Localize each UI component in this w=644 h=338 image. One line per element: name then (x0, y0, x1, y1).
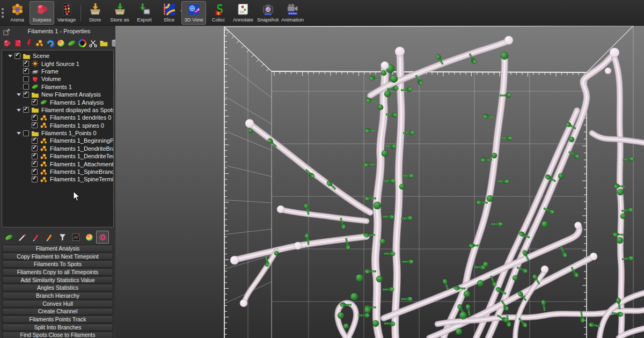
visibility-checkbox[interactable] (32, 145, 38, 151)
tree-item-filaments-1-attachmentp-[interactable]: Filaments 1_AttachmentP... (2, 160, 113, 167)
expander-icon[interactable] (16, 91, 23, 98)
action-button-find-spots-close-to-filaments[interactable]: Find Spots Close to Filaments (2, 332, 113, 338)
action-button-branch-hierarchy[interactable]: Branch Hierarchy (2, 292, 113, 299)
coloc-icon (211, 2, 226, 17)
visibility-checkbox[interactable] (23, 130, 29, 136)
toolbar-button-animation[interactable]: Animation (280, 1, 305, 25)
tree-item-filament-displayed-as-spots[interactable]: Filament displayed as Spots (2, 106, 113, 114)
tree-item-filaments-1[interactable]: Filaments 1 (2, 83, 113, 91)
tree-item-label: Filaments 1 Analysis (50, 99, 104, 106)
export-icon (137, 2, 152, 17)
tab-tools-gear[interactable] (96, 231, 109, 244)
action-button-filaments-points-track[interactable]: Filaments Points Track (2, 315, 113, 323)
visibility-checkbox[interactable] (32, 99, 38, 105)
tree-item-filaments-1-dendritebranch[interactable]: Filaments 1_DendriteBranch (2, 145, 113, 152)
view3d-icon (187, 2, 201, 17)
visibility-checkbox[interactable] (32, 177, 38, 182)
surpass-blob-icon[interactable] (3, 39, 12, 48)
toolbar-button-3d-view[interactable]: 3D View (181, 1, 206, 25)
arena-icon (10, 2, 25, 17)
visibility-checkbox[interactable] (23, 76, 29, 82)
action-button-filaments-copy-to-all-timepoints[interactable]: Filaments Copy to all Timepoints (2, 268, 113, 276)
toolbar-button-store-as[interactable]: Store as (107, 1, 132, 25)
tree-item-filaments-1-spines-0[interactable]: Filaments 1 spines 0 (2, 122, 113, 129)
spots-icon (40, 137, 48, 144)
tab-wand[interactable] (16, 231, 28, 244)
tree-item-filaments-1-spinebranch[interactable]: Filaments 1_SpineBranch (2, 168, 113, 175)
visibility-checkbox[interactable] (32, 153, 38, 159)
action-button-filaments-to-spots[interactable]: Filaments To Spots (2, 260, 113, 268)
frame-icon (31, 68, 39, 75)
folder-icon[interactable] (99, 39, 108, 48)
coloc-sphere-icon[interactable] (56, 39, 65, 48)
folder-icon (31, 106, 39, 113)
toolbar-button-annotate[interactable]: Annotate (231, 1, 255, 25)
tab-filter-funnel[interactable] (56, 231, 69, 244)
tree-item-new-filament-analysis[interactable]: New Filament Analysis (2, 91, 113, 98)
tab-filaments-leaf[interactable] (2, 231, 15, 244)
toolbar-button-export[interactable]: Export (132, 1, 157, 25)
visibility-checkbox[interactable] (32, 169, 38, 175)
tab-color-editor[interactable] (83, 231, 96, 244)
tree-item-filaments-1-spineterminal[interactable]: Filaments 1_SpineTerminal (2, 175, 113, 183)
tracks-swirl-icon[interactable] (46, 39, 55, 48)
tree-item-label: Filaments 1_SpineTerminal (50, 176, 114, 182)
tree-item-frame[interactable]: Frame (2, 68, 113, 75)
panel-title: Filaments 1 - Properties (10, 28, 115, 34)
visibility-checkbox[interactable] (23, 68, 29, 74)
tab-statistics[interactable] (69, 231, 82, 244)
visibility-checkbox[interactable] (32, 161, 38, 167)
action-button-angles-statistics[interactable]: Angles Statistics (2, 284, 113, 291)
expander-icon[interactable] (8, 53, 14, 59)
visibility-checkbox[interactable] (23, 107, 29, 113)
toolbar-button-store[interactable]: Store (83, 1, 107, 25)
visibility-checkbox[interactable] (32, 122, 38, 128)
vantage-icon (60, 2, 74, 17)
surpass-icon (35, 2, 49, 17)
expander-icon[interactable] (16, 130, 23, 136)
toolbar-button-coloc[interactable]: Coloc (206, 1, 231, 25)
toolbar-button-arena[interactable]: Arena (5, 1, 30, 25)
filament-bolt-icon[interactable] (24, 39, 33, 48)
toolbar-label: Surpass (33, 17, 52, 23)
action-button-create-channel[interactable]: Create Channel (2, 308, 113, 315)
tree-item-filaments-1-dendritetermi-[interactable]: Filaments 1_DendriteTermi... (2, 152, 113, 160)
action-button-convex-hull[interactable]: Convex Hull (2, 300, 113, 307)
scissors-icon[interactable] (89, 39, 98, 48)
action-button-add-similarity-statistics-value[interactable]: Add Similarity Statistics Value (2, 276, 113, 284)
tab-draw-orange[interactable] (42, 231, 55, 244)
tree-item-light-source-1[interactable]: Light Source 1 (2, 60, 113, 67)
visibility-checkbox[interactable] (23, 61, 29, 67)
tree-item-filaments-1-analysis[interactable]: Filaments 1 Analysis (2, 98, 113, 106)
spots-icon[interactable] (35, 39, 44, 48)
color-wheel-icon[interactable] (78, 39, 87, 48)
visibility-checkbox[interactable] (32, 138, 38, 144)
folder-icon (31, 130, 39, 137)
tree-item-volume[interactable]: Volume (2, 75, 113, 83)
toolbar-grip[interactable] (0, 1, 5, 24)
action-button-filament-analysis[interactable]: Filament Analysis (2, 245, 113, 252)
toolbar-button-slice[interactable]: Slice (157, 1, 181, 25)
tree-item-filaments-1-dendrites-0[interactable]: Filaments 1 dendrites 0 (2, 114, 113, 121)
visibility-checkbox[interactable] (32, 115, 38, 121)
toolbar-button-snapshot[interactable]: Snapshot (255, 1, 280, 25)
toolbar-button-surpass[interactable]: Surpass (30, 1, 54, 25)
spots-icon (40, 153, 48, 160)
action-button-split-into-branches[interactable]: Split Into Branches (2, 324, 113, 331)
tab-draw-red[interactable] (29, 231, 42, 244)
tree-item-filaments-1-points-0[interactable]: Filaments 1_Points 0 (2, 129, 113, 137)
popout-icon[interactable] (3, 28, 10, 35)
tree-item-filaments-1-beginningpoint[interactable]: Filaments 1_BeginningPoint (2, 137, 113, 144)
action-button-copy-filament-to-next-timepoint[interactable]: Copy Filament to Next Timepoint (2, 253, 113, 260)
visibility-checkbox[interactable] (23, 84, 29, 90)
tree-item-scene[interactable]: Scene (2, 52, 113, 60)
measure-sheet-icon[interactable] (13, 39, 23, 48)
expander-icon[interactable] (16, 107, 23, 113)
filaments-leaf-icon[interactable] (67, 39, 76, 48)
expander-spacer (16, 68, 23, 75)
toolbar-button-vantage[interactable]: Vantage (54, 1, 79, 25)
color-editor-icon (85, 233, 94, 242)
visibility-checkbox[interactable] (23, 92, 29, 98)
visibility-checkbox[interactable] (14, 53, 20, 59)
viewport-3d[interactable] (115, 26, 644, 338)
